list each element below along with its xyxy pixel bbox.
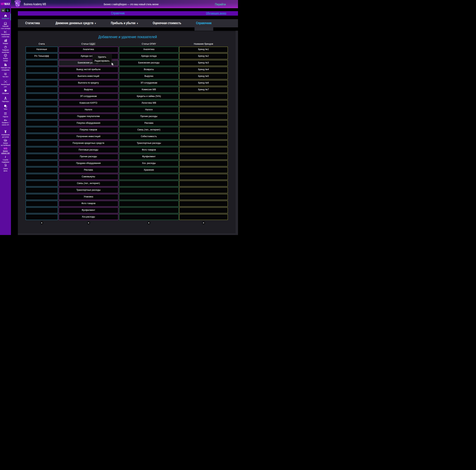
svg-text:INTERNATIONAL: INTERNATIONAL: [16, 7, 19, 7]
svg-text:QUALITY AWARDS: QUALITY AWARDS: [16, 7, 20, 8]
svg-text:B: B: [18, 4, 19, 6]
svg-text:i: i: [5, 156, 6, 158]
svg-text:W: W: [16, 2, 17, 4]
